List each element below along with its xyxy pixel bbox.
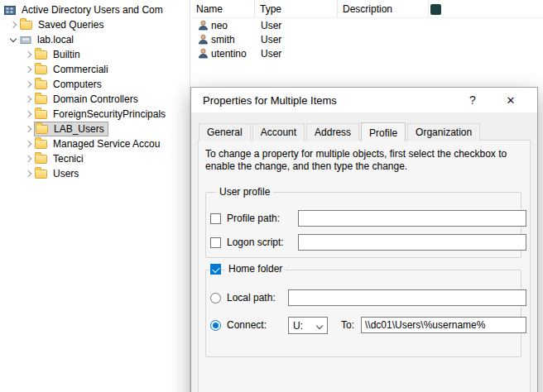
local-path-input[interactable] [288, 289, 526, 306]
row-name: utentino [211, 48, 261, 60]
chevron-right-icon[interactable] [22, 48, 35, 61]
folder-icon [36, 125, 48, 134]
folder-icon [35, 80, 47, 89]
console-tree-panel: Active Directory Users and Com Saved Que… [0, 0, 190, 392]
chevron-right-icon[interactable] [22, 108, 35, 121]
chevron-down-icon [314, 318, 327, 333]
profile-path-label: Profile path: [227, 213, 280, 224]
tree-item-label: Domain Controllers [52, 93, 138, 105]
drive-select-value: U: [289, 320, 314, 332]
tree-item-commerciali[interactable]: Commerciali [0, 62, 190, 77]
tab-account[interactable]: Account [252, 123, 305, 141]
header-corner-icon [430, 4, 441, 15]
domain-icon [20, 35, 32, 45]
directory-root-icon [4, 5, 17, 16]
tree-item-label: Saved Queries [37, 19, 103, 31]
connect-row: Connect: U: To: [199, 317, 530, 334]
user-icon [198, 34, 209, 45]
tree-item-saved-queries[interactable]: Saved Queries [0, 17, 190, 32]
tree-item-label: Managed Service Accou [52, 138, 160, 150]
group-home-folder [205, 270, 521, 357]
tree-item-tecnici[interactable]: Tecnici [0, 151, 190, 166]
local-path-radio[interactable] [210, 293, 221, 304]
tree-item-label: Active Directory Users and Com [21, 4, 163, 16]
help-button[interactable]: ? [458, 88, 488, 112]
profile-tab-page: To change a property for multiple object… [198, 140, 531, 392]
chevron-right-icon[interactable] [22, 78, 35, 91]
folder-icon [35, 65, 47, 74]
chevron-right-icon[interactable] [22, 63, 35, 76]
results-list-panel: Name Type Description neo User smith Use… [191, 0, 543, 91]
dialog-tabs: General Account Address Profile Organiza… [199, 122, 482, 141]
tree-item-computers[interactable]: Computers [0, 77, 190, 92]
tab-general[interactable]: General [199, 123, 251, 141]
column-header-name[interactable]: Name [191, 0, 255, 17]
chevron-right-icon[interactable] [22, 122, 35, 136]
chevron-right-icon[interactable] [22, 137, 35, 151]
chevron-right-icon[interactable] [22, 93, 35, 106]
dialog-titlebar: Properties for Multiple Items ? ✕ [191, 88, 537, 112]
tree-item-users[interactable]: Users [0, 166, 190, 181]
local-path-row: Local path: [199, 289, 530, 307]
chevron-right-icon[interactable] [22, 152, 35, 165]
user-icon [198, 48, 209, 59]
column-header-description[interactable]: Description [338, 0, 429, 17]
tree-item-label: Tecnici [52, 153, 84, 165]
tree-item-label: Users [52, 168, 79, 179]
chevron-down-icon[interactable] [7, 33, 20, 46]
to-label: To: [341, 319, 354, 331]
list-row-smith[interactable]: smith User [191, 32, 543, 46]
profile-path-checkbox[interactable] [210, 213, 221, 224]
chevron-right-icon[interactable] [22, 167, 35, 180]
home-folder-label: Home folder [225, 263, 286, 275]
tab-organization[interactable]: Organization [407, 123, 480, 141]
folder-icon [20, 21, 32, 30]
home-folder-row: Home folder [199, 264, 530, 281]
column-header-type[interactable]: Type [255, 0, 338, 17]
folder-icon [35, 110, 47, 119]
tree-item-label: lab.local [36, 34, 74, 45]
tree-item-label: Computers [52, 79, 102, 90]
list-row-neo[interactable]: neo User [191, 18, 543, 32]
local-path-label: Local path: [227, 292, 276, 304]
tree-item-foreign-security-principals[interactable]: ForeignSecurityPrincipals [0, 107, 190, 122]
tree-item-lab-users[interactable]: LAB_Users [0, 122, 190, 136]
drive-select[interactable]: U: [288, 317, 328, 334]
connect-label: Connect: [227, 319, 267, 331]
row-type: User [261, 20, 281, 31]
logon-script-row: Logon script: [199, 234, 530, 251]
tree-item-label: LAB_Users [53, 123, 104, 135]
tree-item-label: ForeignSecurityPrincipals [52, 108, 166, 120]
tree-item-builtin[interactable]: Builtin [0, 47, 190, 62]
home-folder-checkbox[interactable] [210, 264, 221, 275]
folder-icon [35, 95, 47, 104]
folder-icon [35, 170, 47, 179]
close-button[interactable]: ✕ [496, 88, 526, 112]
tab-address[interactable]: Address [306, 123, 359, 141]
tree-item-domain-controllers[interactable]: Domain Controllers [0, 92, 190, 107]
properties-dialog: Properties for Multiple Items ? ✕ Genera… [190, 87, 538, 392]
chevron-right-icon[interactable] [7, 18, 20, 31]
tree-item-managed-service-accounts[interactable]: Managed Service Accou [0, 136, 190, 151]
group-user-profile-label: User profile [216, 186, 273, 198]
profile-path-input[interactable] [298, 210, 526, 227]
dialog-description: To change a property for multiple object… [205, 148, 530, 173]
list-row-utentino[interactable]: utentino User [191, 46, 543, 60]
tree-item-lab-local[interactable]: lab.local [0, 32, 190, 47]
logon-script-label: Logon script: [227, 237, 284, 248]
connect-path-input[interactable] [361, 317, 526, 333]
row-type: User [261, 48, 281, 60]
logon-script-input[interactable] [298, 234, 526, 251]
row-name: neo [211, 20, 261, 31]
folder-icon [35, 140, 47, 149]
folder-icon [35, 155, 47, 164]
tree-item-label: Commerciali [52, 64, 108, 75]
user-icon [198, 20, 209, 31]
tree-item-root[interactable]: Active Directory Users and Com [0, 2, 190, 17]
tab-profile[interactable]: Profile [361, 122, 406, 141]
profile-path-row: Profile path: [199, 210, 530, 227]
row-type: User [261, 34, 281, 45]
logon-script-checkbox[interactable] [210, 237, 221, 248]
connect-radio[interactable] [210, 320, 221, 331]
dialog-title: Properties for Multiple Items [203, 94, 337, 107]
